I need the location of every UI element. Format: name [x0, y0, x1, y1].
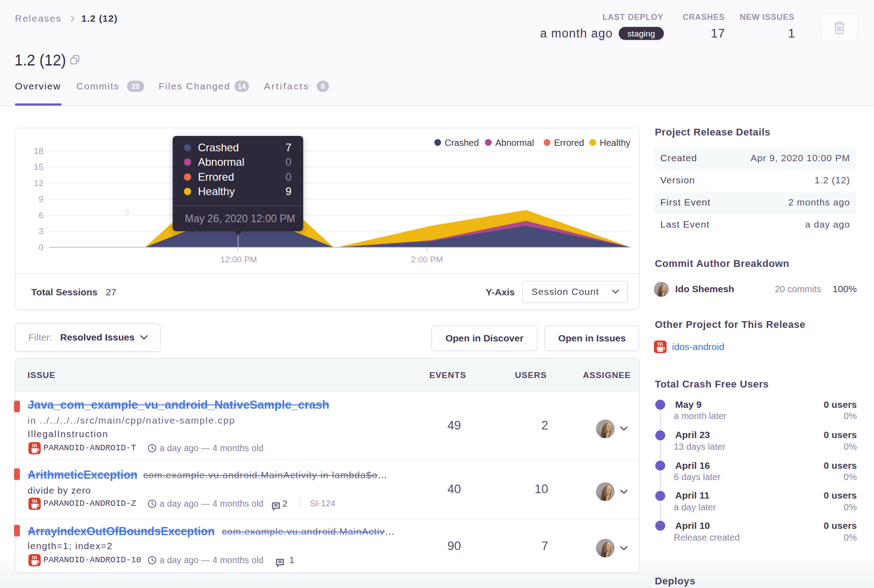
svg-text:15: 15 [34, 162, 43, 172]
svg-text:2:00 PM: 2:00 PM [411, 255, 443, 264]
svg-text:3: 3 [38, 226, 43, 236]
svg-text:0: 0 [38, 243, 43, 252]
svg-text:18: 18 [34, 146, 43, 156]
svg-text:12:00 PM: 12:00 PM [220, 255, 257, 264]
svg-text:0: 0 [125, 209, 129, 216]
svg-text:9: 9 [38, 194, 43, 204]
svg-text:6: 6 [38, 210, 43, 220]
svg-text:12: 12 [34, 178, 43, 188]
